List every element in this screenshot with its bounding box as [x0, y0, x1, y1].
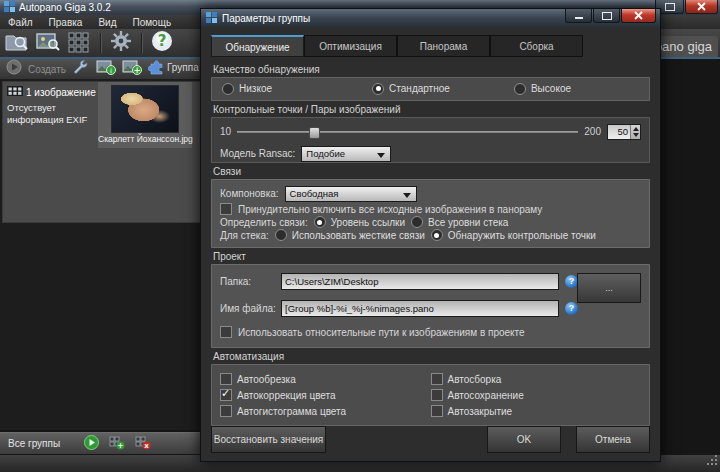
- section-project: Папка: ? ... Имя файла: ? Использовать о…: [211, 264, 650, 348]
- autocrop-label: Автообрезка: [237, 374, 296, 385]
- browse-button[interactable]: ...: [577, 273, 641, 303]
- autoclose-label: Автозакрытие: [448, 406, 513, 417]
- images-search-icon[interactable]: [35, 29, 61, 57]
- ransac-model-dropdown[interactable]: Подобие: [301, 146, 391, 162]
- spin-down-icon[interactable]: [633, 133, 639, 137]
- tab-optimization[interactable]: Оптимизация: [304, 35, 397, 57]
- dialog-maximize-button[interactable]: [593, 9, 620, 23]
- dialog-minimize-button[interactable]: [565, 9, 592, 23]
- group-grid-icon[interactable]: [66, 29, 92, 57]
- folder-input[interactable]: [281, 273, 559, 290]
- radio-quality-high-label: Высокое: [531, 83, 571, 94]
- image-count-label: 1 изображение: [26, 87, 96, 99]
- main-close-button[interactable]: [685, 0, 718, 14]
- for-stack-label: Для стека:: [220, 230, 269, 241]
- radio-hard-links[interactable]: [275, 229, 287, 241]
- settings-gear-icon[interactable]: [109, 29, 133, 57]
- control-points-spinner[interactable]: 50: [607, 124, 641, 140]
- autoassembly-checkbox[interactable]: [431, 373, 443, 385]
- autocrop-checkbox[interactable]: [220, 373, 232, 385]
- filmstrip-icon: [7, 86, 23, 99]
- section-control-points: 10 200 50 Модель Ransac: Подобие: [211, 117, 650, 163]
- tab-detection[interactable]: Обнаружение: [211, 35, 304, 57]
- autohistogram-checkbox[interactable]: [220, 405, 232, 417]
- radio-quality-low[interactable]: [222, 83, 234, 95]
- menu-file[interactable]: Файл: [8, 17, 33, 28]
- resize-grip[interactable]: [705, 452, 718, 470]
- svg-text:i: i: [110, 67, 112, 75]
- radio-all-stack-levels-label: Все уровни стека: [428, 217, 508, 228]
- autosave-checkbox[interactable]: [431, 389, 443, 401]
- help-icon[interactable]: ?: [150, 29, 174, 57]
- image-add-icon[interactable]: +: [122, 59, 142, 79]
- close-icon: [634, 11, 643, 20]
- cancel-button[interactable]: Отмена: [576, 426, 650, 453]
- filename-label: Имя файла:: [220, 303, 275, 314]
- close-icon: [697, 2, 706, 11]
- screen: Autopano Giga 3.0.2 Файл Правка Вид Помо…: [0, 0, 720, 472]
- autoclose-checkbox[interactable]: [431, 405, 443, 417]
- group-play-icon[interactable]: [6, 59, 22, 79]
- radio-quality-high[interactable]: [514, 83, 526, 95]
- spinner-arrows[interactable]: [630, 125, 640, 139]
- control-points-slider[interactable]: [237, 127, 578, 137]
- menu-help[interactable]: Помощь: [132, 17, 171, 28]
- dialog-tabs: Обнаружение Оптимизация Панорама Сборка: [211, 35, 650, 57]
- group-settings-dialog: Параметры группы Обнаружение Оптимизация…: [200, 8, 661, 462]
- delete-group-icon[interactable]: x: [135, 436, 151, 452]
- radio-detect-control-points-label: Обнаружить контрольные точки: [448, 230, 596, 241]
- restore-defaults-button[interactable]: Восстановить значения: [211, 426, 326, 453]
- menu-edit[interactable]: Правка: [49, 17, 83, 28]
- edit-wrench-icon[interactable]: [72, 59, 90, 79]
- ok-button[interactable]: OK: [487, 426, 561, 453]
- section-automation-title: Автоматизация: [213, 351, 650, 362]
- svg-text:x: x: [144, 442, 149, 450]
- toolbar-separator: [141, 33, 142, 53]
- add-group-icon[interactable]: +: [109, 436, 125, 452]
- filename-input[interactable]: [281, 300, 559, 317]
- slider-min-label: 10: [220, 126, 231, 137]
- autocolor-label: Автокоррекция цвета: [237, 390, 336, 401]
- dialog-title: Параметры группы: [222, 13, 310, 24]
- dialog-titlebar[interactable]: Параметры группы: [201, 9, 660, 27]
- section-quality: Низкое Стандартное Высокое: [211, 77, 650, 101]
- force-include-checkbox[interactable]: [220, 203, 232, 215]
- autocolor-checkbox[interactable]: [220, 389, 232, 401]
- image-info-icon[interactable]: i: [96, 59, 116, 79]
- thumbnail-cell[interactable]: Скарлетт Йоханссон.jpg: [98, 82, 192, 148]
- section-project-title: Проект: [213, 251, 650, 262]
- radio-detect-control-points[interactable]: [431, 229, 443, 241]
- force-include-label: Принудительно включить все исходные изоб…: [238, 204, 542, 215]
- plugin-puzzle-icon[interactable]: [148, 59, 166, 79]
- tab-panorama[interactable]: Панорама: [397, 35, 490, 57]
- spinner-value[interactable]: 50: [608, 125, 630, 139]
- radio-all-stack-levels[interactable]: [411, 216, 423, 228]
- section-links: Компоновка: Свободная Принудительно вклю…: [211, 179, 650, 249]
- dialog-button-row: Восстановить значения OK Отмена: [211, 426, 650, 453]
- radio-hard-links-label: Использовать жесткие связи: [292, 230, 425, 241]
- relative-paths-label: Использовать относительные пути к изобра…: [238, 327, 525, 338]
- app-icon: [4, 1, 15, 14]
- layout-dropdown[interactable]: Свободная: [285, 186, 417, 202]
- svg-text:?: ?: [158, 32, 167, 50]
- slider-track: [237, 131, 578, 133]
- ransac-model-label: Модель Ransac:: [220, 148, 295, 159]
- spin-up-icon[interactable]: [633, 127, 639, 131]
- run-all-play-icon[interactable]: [84, 435, 99, 452]
- radio-quality-standard[interactable]: [372, 83, 384, 95]
- filename-help-icon[interactable]: ?: [565, 302, 578, 315]
- tab-assembly[interactable]: Сборка: [490, 35, 583, 57]
- dialog-body: Обнаружение Оптимизация Панорама Сборка …: [201, 27, 660, 461]
- section-automation: Автообрезка Автосборка Автокоррекция цве…: [211, 364, 650, 426]
- open-folder-search-icon[interactable]: [4, 29, 30, 57]
- create-button[interactable]: Создать: [28, 64, 66, 75]
- radio-reference-level[interactable]: [314, 216, 326, 228]
- folder-label: Папка:: [220, 276, 275, 287]
- section-quality-title: Качество обнаружения: [213, 64, 650, 75]
- dialog-close-button[interactable]: [621, 9, 656, 23]
- slider-handle[interactable]: [309, 127, 320, 139]
- menu-view[interactable]: Вид: [98, 17, 116, 28]
- relative-paths-checkbox[interactable]: [220, 326, 232, 338]
- section-links-title: Связи: [213, 166, 650, 177]
- photo-thumbnail[interactable]: [111, 85, 179, 133]
